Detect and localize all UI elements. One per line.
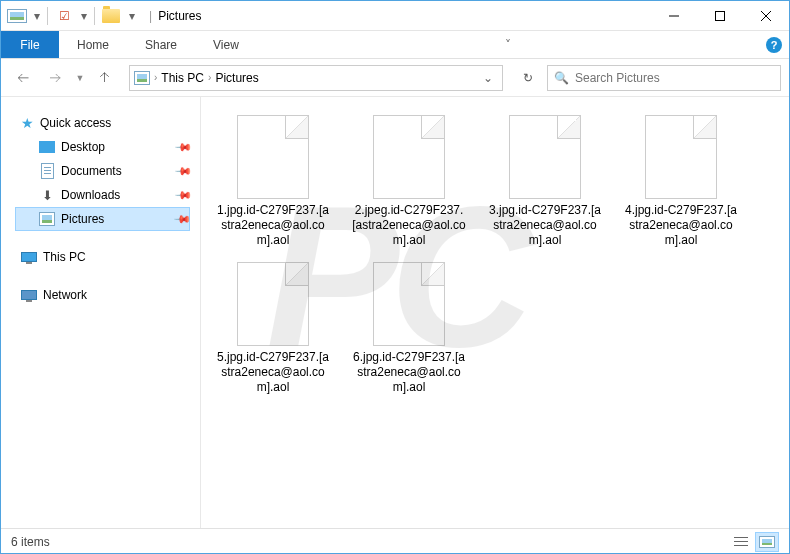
pin-icon: 📌 (173, 185, 192, 204)
qat-dropdown-icon[interactable]: ▾ (78, 5, 90, 27)
download-icon: ⬇ (39, 187, 55, 203)
thumbnails-view-button[interactable] (755, 532, 779, 552)
address-bar[interactable]: › This PC › Pictures ⌄ (129, 65, 503, 91)
sidebar-item-label: Downloads (61, 188, 120, 202)
sidebar-item-label: Pictures (61, 212, 104, 226)
file-icon (373, 115, 445, 199)
status-bar: 6 items (1, 528, 789, 554)
sidebar-label: This PC (43, 250, 86, 264)
search-icon: 🔍 (554, 71, 569, 85)
separator (94, 7, 95, 25)
sidebar-item-label: Documents (61, 164, 122, 178)
chevron-right-icon[interactable]: › (154, 72, 157, 83)
maximize-button[interactable] (697, 1, 743, 31)
sidebar-this-pc[interactable]: This PC (15, 245, 190, 269)
pin-icon: 📌 (173, 137, 192, 156)
breadcrumb-pictures[interactable]: Pictures (215, 71, 258, 85)
refresh-button[interactable]: ↻ (513, 65, 543, 91)
forward-button[interactable]: 🡢 (41, 64, 69, 92)
quick-access-toolbar: ▾ ☑ ▾ ▾ (1, 5, 143, 27)
file-name: 2.jpeg.id-C279F237.[astra2eneca@aol.com]… (351, 203, 467, 248)
expand-ribbon-icon[interactable]: ˅ (493, 31, 523, 58)
file-item[interactable]: 6.jpg.id-C279F237.[astra2eneca@aol.com].… (347, 258, 471, 399)
file-name: 3.jpg.id-C279F237.[astra2eneca@aol.com].… (487, 203, 603, 248)
navigation-pane: ★ Quick access Desktop 📌 Documents 📌 ⬇ D… (1, 97, 201, 528)
sidebar-item-downloads[interactable]: ⬇ Downloads 📌 (15, 183, 190, 207)
file-item[interactable]: 3.jpg.id-C279F237.[astra2eneca@aol.com].… (483, 111, 607, 252)
file-name: 1.jpg.id-C279F237.[astra2eneca@aol.com].… (215, 203, 331, 248)
tab-share[interactable]: Share (127, 31, 195, 58)
help-icon[interactable]: ? (759, 31, 789, 58)
sidebar-network[interactable]: Network (15, 283, 190, 307)
file-icon (237, 262, 309, 346)
pin-icon: 📌 (173, 161, 192, 180)
file-tab[interactable]: File (1, 31, 59, 58)
sidebar-quick-access[interactable]: ★ Quick access (15, 111, 190, 135)
desktop-icon (39, 141, 55, 153)
file-icon (509, 115, 581, 199)
file-item[interactable]: 5.jpg.id-C279F237.[astra2eneca@aol.com].… (211, 258, 335, 399)
svg-rect-5 (734, 541, 748, 542)
breadcrumb-thispc[interactable]: This PC (161, 71, 204, 85)
svg-rect-6 (734, 545, 748, 546)
title-bar: ▾ ☑ ▾ ▾ | Pictures (1, 1, 789, 31)
sidebar-item-label: Desktop (61, 140, 105, 154)
close-button[interactable] (743, 1, 789, 31)
ribbon: File Home Share View ˅ ? (1, 31, 789, 59)
file-item[interactable]: 2.jpeg.id-C279F237.[astra2eneca@aol.com]… (347, 111, 471, 252)
file-name: 4.jpg.id-C279F237.[astra2eneca@aol.com].… (623, 203, 739, 248)
tab-view[interactable]: View (195, 31, 257, 58)
sidebar-item-pictures[interactable]: Pictures 📌 (15, 207, 190, 231)
qat-dropdown-icon[interactable]: ▾ (31, 5, 43, 27)
file-icon (237, 115, 309, 199)
app-icon[interactable] (5, 5, 29, 27)
pc-icon (21, 249, 37, 265)
sidebar-item-desktop[interactable]: Desktop 📌 (15, 135, 190, 159)
svg-rect-1 (716, 11, 725, 20)
up-button[interactable]: 🡡 (91, 64, 119, 92)
file-name: 6.jpg.id-C279F237.[astra2eneca@aol.com].… (351, 350, 467, 395)
pictures-icon (134, 70, 150, 86)
file-name: 5.jpg.id-C279F237.[astra2eneca@aol.com].… (215, 350, 331, 395)
file-icon (373, 262, 445, 346)
search-box[interactable]: 🔍 (547, 65, 781, 91)
chevron-right-icon[interactable]: › (208, 72, 211, 83)
details-view-button[interactable] (729, 532, 753, 552)
sidebar-label: Quick access (40, 116, 111, 130)
file-item[interactable]: 4.jpg.id-C279F237.[astra2eneca@aol.com].… (619, 111, 743, 252)
file-icon (645, 115, 717, 199)
folder-icon[interactable] (99, 5, 123, 27)
back-button[interactable]: 🡠 (9, 64, 37, 92)
item-count: 6 items (11, 535, 50, 549)
properties-icon[interactable]: ☑ (52, 5, 76, 27)
minimize-button[interactable] (651, 1, 697, 31)
search-input[interactable] (575, 71, 774, 85)
pictures-icon (39, 211, 55, 227)
pin-icon: 📌 (172, 209, 191, 228)
document-icon (39, 163, 55, 179)
tab-home[interactable]: Home (59, 31, 127, 58)
address-dropdown[interactable]: ⌄ (478, 71, 498, 85)
file-list[interactable]: 1.jpg.id-C279F237.[astra2eneca@aol.com].… (201, 97, 789, 528)
sidebar-item-documents[interactable]: Documents 📌 (15, 159, 190, 183)
svg-rect-4 (734, 537, 748, 538)
title-separator: | (149, 9, 152, 23)
chevron-down-icon[interactable]: ▾ (125, 5, 139, 27)
network-icon (21, 287, 37, 303)
nav-bar: 🡠 🡢 ▼ 🡡 › This PC › Pictures ⌄ ↻ 🔍 (1, 59, 789, 97)
separator (47, 7, 48, 25)
star-icon: ★ (21, 115, 34, 131)
sidebar-label: Network (43, 288, 87, 302)
file-item[interactable]: 1.jpg.id-C279F237.[astra2eneca@aol.com].… (211, 111, 335, 252)
window-title: Pictures (158, 9, 201, 23)
recent-dropdown[interactable]: ▼ (73, 64, 87, 92)
